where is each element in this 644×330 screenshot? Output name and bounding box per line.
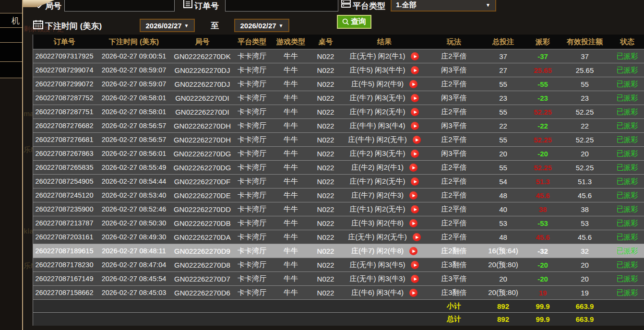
cell-payout: -32 (526, 247, 560, 255)
cell-valid: 52.25 (560, 136, 610, 144)
cell-order: 260227087299072 (33, 80, 95, 88)
query-button[interactable]: 查询 (337, 15, 371, 29)
cell-table_no: N022 (310, 289, 341, 297)
table-row[interactable]: 2602270872877512026-02-27 08:58:01GN0222… (33, 105, 644, 118)
cell-valid: 20 (560, 261, 610, 269)
subtotal-row: 小计 892 99.9 663.9 (33, 299, 644, 312)
table-row[interactable]: 2602270871896152026-02-27 08:48:11GN0222… (33, 244, 644, 258)
cell-payout: -20 (526, 261, 560, 269)
cell-time: 2026-02-27 08:53:40 (95, 191, 172, 199)
cell-status: 已派彩 (610, 80, 644, 89)
table-row[interactable]: 2602270871782302026-02-27 08:47:04GN0222… (33, 258, 644, 271)
cell-order: 260227087267863 (33, 150, 95, 157)
table-row[interactable]: 2602270872877522026-02-27 08:58:01GN0222… (33, 91, 644, 105)
play-video-button[interactable]: ▶ (409, 80, 417, 88)
cell-method: 庄2平倍 (428, 52, 480, 61)
play-video-button[interactable]: ▶ (411, 66, 419, 74)
cell-result: 庄(牛牛) 闲3(牛4)▶ (341, 121, 428, 130)
column-header-1: 订单号 (33, 37, 95, 47)
play-video-button[interactable]: ▶ (411, 94, 419, 102)
play-video-button[interactable]: ▶ (411, 261, 419, 269)
cell-result: 庄(牛牛) 闲2(无牛)▶ (341, 135, 428, 144)
column-header-6: 桌号 (310, 37, 341, 47)
table-row[interactable]: 2602270872658352026-02-27 08:55:49GN0222… (33, 160, 644, 174)
platform-type-select[interactable]: 1.全部 ▼ (391, 0, 496, 12)
sidebar-menu-item[interactable] (0, 27, 22, 42)
background-faint-text: 乐N73 (24, 145, 33, 154)
play-video-button[interactable]: ▶ (413, 233, 421, 241)
date-from-select[interactable]: 2026/02/27 ▼ (140, 19, 195, 32)
table-row[interactable]: 2602270872549052026-02-27 08:54:44GN0222… (33, 174, 644, 188)
cell-bet: 40 (480, 205, 526, 213)
cell-method: 庄2平倍 (428, 205, 480, 214)
cell-game: 牛牛 (272, 94, 310, 103)
table-row[interactable]: 2602270871671492026-02-27 08:45:54GN0222… (33, 271, 644, 285)
play-video-button[interactable]: ▶ (409, 164, 417, 172)
play-video-button[interactable]: ▶ (411, 205, 419, 213)
table-row[interactable]: 2602270872031612026-02-27 08:49:30GN0222… (33, 230, 644, 244)
cell-round: GN022262270DI (172, 108, 232, 116)
cell-platform: 卡卡湾厅 (232, 121, 272, 130)
table-row[interactable]: 2602270872766812026-02-27 08:56:57GN0222… (33, 132, 644, 146)
sidebar-menu-item[interactable] (0, 61, 22, 78)
cell-valid: 37 (560, 52, 610, 60)
records-panel: manda乐N73klaus乐N07 剩余额度不足 局号 订单号 平台类型 1.… (23, 0, 644, 330)
cell-payout: 25.65 (526, 66, 560, 74)
play-video-button[interactable]: ▶ (409, 289, 417, 297)
result-text: 庄(无牛) 闲2(牛1) (350, 52, 405, 61)
column-header-3: 局号 (172, 37, 232, 47)
cell-bet: 23 (480, 94, 526, 102)
sidebar-menu-item[interactable]: 机 (0, 13, 22, 27)
cell-round: GN022262270D8 (172, 261, 232, 269)
cell-table_no: N022 (310, 205, 341, 213)
cell-game: 牛牛 (272, 66, 310, 75)
play-video-button[interactable]: ▶ (411, 150, 419, 158)
column-header-7: 结果 (341, 37, 428, 47)
search-icon (342, 18, 349, 25)
play-video-button[interactable]: ▶ (411, 177, 419, 186)
play-video-button[interactable]: ▶ (413, 136, 421, 144)
cell-method: 庄2平倍 (428, 177, 480, 186)
cell-platform: 卡卡湾厅 (232, 52, 272, 61)
result-text: 庄(无牛) 闲2(无牛) (348, 233, 407, 242)
cell-table_no: N022 (310, 52, 341, 60)
table-row[interactable]: 2602270872137872026-02-27 08:50:30GN0222… (33, 216, 644, 230)
play-video-button[interactable]: ▶ (411, 52, 419, 60)
table-row[interactable]: 2602270872678632026-02-27 08:56:01GN0222… (33, 146, 644, 160)
platform-server-icon (341, 0, 351, 8)
table-row[interactable]: 2602270872990742026-02-27 08:59:07GN0222… (33, 63, 644, 77)
table-row[interactable]: 2602270973179252026-02-27 09:00:51GN0222… (33, 49, 644, 63)
table-row[interactable]: 2602270872766822026-02-27 08:56:57GN0222… (33, 118, 644, 132)
play-video-button[interactable]: ▶ (411, 122, 419, 130)
cell-order: 260227087189615 (33, 247, 95, 255)
play-video-button[interactable]: ▶ (411, 108, 419, 116)
cell-platform: 卡卡湾厅 (232, 66, 272, 75)
table-row[interactable]: 2602270872990722026-02-27 08:59:07GN0222… (33, 77, 644, 91)
cell-game: 牛牛 (272, 274, 310, 283)
play-video-button[interactable]: ▶ (409, 247, 417, 255)
cell-payout: 51.3 (526, 177, 560, 186)
play-video-button[interactable]: ▶ (409, 191, 417, 200)
round-number-input[interactable] (64, 0, 175, 12)
chevron-down-icon: ▼ (184, 23, 189, 28)
table-row[interactable]: 2602270872451202026-02-27 08:53:40GN0222… (33, 188, 644, 202)
cell-status: 已派彩 (610, 107, 644, 117)
cell-valid: 38 (560, 205, 610, 213)
play-video-button[interactable]: ▶ (409, 219, 417, 227)
cell-method: 庄3翻倍 (428, 260, 480, 270)
cell-time: 2026-02-27 08:52:46 (95, 205, 172, 213)
cell-round: GN022262270DB (172, 219, 232, 227)
sidebar-menu-item[interactable] (0, 42, 22, 61)
play-video-button[interactable]: ▶ (411, 275, 419, 283)
cell-bet: 48 (480, 191, 526, 200)
cell-valid: 32 (560, 247, 610, 255)
cell-result: 庄(无牛) 闲3(牛3)▶ (341, 274, 428, 283)
table-row[interactable]: 2602270871586622026-02-27 08:45:03GN0222… (33, 285, 644, 299)
cell-valid: 25.65 (560, 66, 610, 74)
cell-method: 庄2翻倍 (428, 247, 480, 256)
order-number-input[interactable] (225, 0, 338, 12)
table-row[interactable]: 2602270872359002026-02-27 08:52:46GN0222… (33, 202, 644, 216)
cell-order: 260227087158662 (33, 289, 95, 296)
cell-status: 已派彩 (610, 288, 644, 297)
date-to-select[interactable]: 2026/02/27 ▼ (234, 19, 289, 32)
